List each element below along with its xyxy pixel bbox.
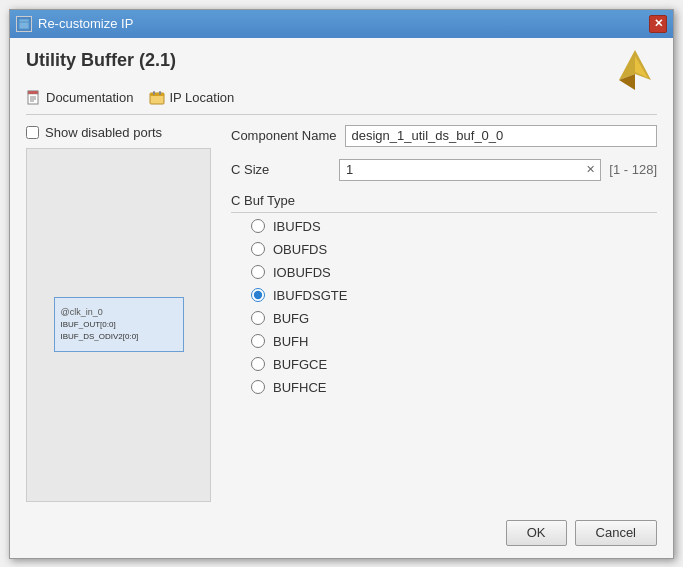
component-block: @clk_in_0 IBUF_OUT[0:0] IBUF_DS_ODIV2[0:… [54,297,184,352]
cancel-button[interactable]: Cancel [575,520,657,546]
radio-row-ibufdsgte: IBUFDSGTE [251,288,657,303]
left-panel: Show disabled ports @clk_in_0 IBUF_OUT[0… [26,125,211,502]
svg-rect-13 [159,91,161,95]
radio-label-bufhce[interactable]: BUFHCE [273,380,326,395]
svg-rect-11 [150,93,164,96]
radio-row-iobufds: IOBUFDS [251,265,657,280]
radio-iobufds[interactable] [251,265,265,279]
cbuftype-label-row: C Buf Type [231,193,657,208]
dialog-content: Utility Buffer (2.1) Documentation [10,38,673,512]
toolbar: Documentation IP Location [26,90,657,115]
component-canvas: @clk_in_0 IBUF_OUT[0:0] IBUF_DS_ODIV2[0:… [26,148,211,502]
radio-label-bufh[interactable]: BUFH [273,334,308,349]
dialog-title: Re-customize IP [38,16,133,31]
component-port-0: IBUF_OUT[0:0] IBUF_DS_ODIV2[0:0] [61,319,177,341]
csize-input[interactable] [340,162,582,177]
csize-row: C Size ✕ [1 - 128] [231,159,657,181]
csize-range: [1 - 128] [609,162,657,177]
footer: OK Cancel [10,512,673,558]
component-name-input[interactable] [345,125,658,147]
ok-button[interactable]: OK [506,520,567,546]
radio-row-ibufds: IBUFDS [251,219,657,234]
radio-label-obufds[interactable]: OBUFDS [273,242,327,257]
radio-label-bufg[interactable]: BUFG [273,311,309,326]
radio-obufds[interactable] [251,242,265,256]
docs-label: Documentation [46,90,133,105]
radio-row-obufds: OBUFDS [251,242,657,257]
radio-row-bufg: BUFG [251,311,657,326]
radio-label-ibufds[interactable]: IBUFDS [273,219,321,234]
location-toolbar-item[interactable]: IP Location [149,90,234,106]
cbuftype-label: C Buf Type [231,193,331,208]
csize-label: C Size [231,162,331,177]
radio-row-bufh: BUFH [251,334,657,349]
right-panel: Component Name C Size ✕ [1 - 128] C Buf … [221,125,657,502]
location-icon [149,90,165,106]
component-title: @clk_in_0 [61,307,177,317]
svg-rect-12 [153,91,155,95]
dialog: Re-customize IP ✕ Utility Buffer (2.1) [9,9,674,559]
csize-input-container: ✕ [339,159,601,181]
radio-row-bufhce: BUFHCE [251,380,657,395]
radio-label-iobufds[interactable]: IOBUFDS [273,265,331,280]
location-label: IP Location [169,90,234,105]
show-disabled-label[interactable]: Show disabled ports [45,125,162,140]
svg-rect-0 [19,19,29,29]
title-bar-left: Re-customize IP [16,16,133,32]
show-disabled-row: Show disabled ports [26,125,211,140]
close-button[interactable]: ✕ [649,15,667,33]
radio-ibufdsgte[interactable] [251,288,265,302]
radio-ibufds[interactable] [251,219,265,233]
dialog-header: Utility Buffer (2.1) [26,50,176,71]
radio-bufh[interactable] [251,334,265,348]
show-disabled-checkbox[interactable] [26,126,39,139]
radio-row-bufgce: BUFGCE [251,357,657,372]
docs-toolbar-item[interactable]: Documentation [26,90,133,106]
docs-icon [26,90,42,106]
component-name-row: Component Name [231,125,657,147]
main-area: Show disabled ports @clk_in_0 IBUF_OUT[0… [26,125,657,502]
radio-bufgce[interactable] [251,357,265,371]
radio-bufg[interactable] [251,311,265,325]
radio-label-bufgce[interactable]: BUFGCE [273,357,327,372]
csize-clear-button[interactable]: ✕ [582,162,598,178]
cbuftype-divider [231,212,657,213]
cbuftype-section: C Buf Type IBUFDSOBUFDSIOBUFDSIBUFDSGTEB… [231,193,657,395]
radio-label-ibufdsgte[interactable]: IBUFDSGTE [273,288,347,303]
title-bar: Re-customize IP ✕ [10,10,673,38]
component-name-label: Component Name [231,128,337,143]
radio-group: IBUFDSOBUFDSIOBUFDSIBUFDSGTEBUFGBUFHBUFG… [231,219,657,395]
radio-bufhce[interactable] [251,380,265,394]
title-bar-icon [16,16,32,32]
svg-rect-6 [28,91,38,94]
logo-icon [613,46,657,90]
